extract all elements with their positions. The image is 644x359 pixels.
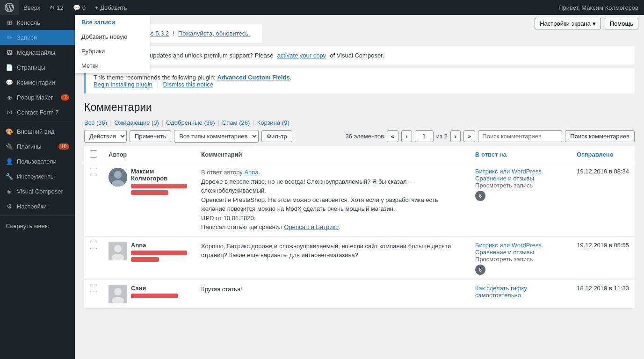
sidebar-item-visual-composer[interactable]: ◈ Visual Composer <box>0 184 75 199</box>
sidebar-item-users-label: Пользователи <box>17 158 57 165</box>
prev-page-button[interactable]: ‹ <box>401 130 412 142</box>
site-name-button[interactable]: Вверх <box>19 0 45 15</box>
view-post-link-1[interactable]: Просмотреть запись <box>475 182 565 189</box>
comments-button[interactable]: 💬 0 <box>68 0 90 15</box>
bulk-actions-select[interactable]: Действия <box>84 130 127 143</box>
sidebar-item-contact-form[interactable]: ✉ Contact Form 7 <box>0 105 75 120</box>
sidebar-item-comments[interactable]: 💬 Комментарии <box>0 75 75 90</box>
last-page-button[interactable]: » <box>463 130 475 142</box>
filter-bar: Все (36) | Ожидающие (0) | Одобренные (3… <box>84 119 635 126</box>
sidebar-item-pages[interactable]: 📄 Страницы <box>0 60 75 75</box>
total-items-count: 36 элементов <box>346 133 384 140</box>
updates-count: 12 <box>57 4 63 11</box>
filter-approved[interactable]: Одобренные (36) <box>166 119 215 126</box>
page-title-area: Комментарии <box>84 101 635 114</box>
users-icon: 👤 <box>6 158 13 165</box>
add-new-button[interactable]: + Добавить <box>90 0 132 15</box>
dropdown-tags[interactable]: Метки <box>75 58 150 73</box>
install-plugin-link[interactable]: Begin installing plugin <box>94 81 152 88</box>
author-cell-1: Максим Колмогоров <box>109 168 190 195</box>
view-post-link-2[interactable]: Просмотреть запись <box>475 256 565 263</box>
row-checkbox-1[interactable] <box>90 168 97 175</box>
reply-author-link-1[interactable]: Anna. <box>244 169 260 176</box>
sidebar-item-media[interactable]: 🖼 Медиафайлы <box>0 45 75 60</box>
posts-dropdown-menu: Все записи Добавить новую Рубрики Метки <box>75 15 150 73</box>
dropdown-rubrics[interactable]: Рубрики <box>75 44 150 58</box>
sidebar-item-popup-maker[interactable]: ⊕ Popup Maker 1 <box>0 90 75 105</box>
redacted-bar-1a <box>131 184 187 188</box>
add-new-label: + Добавить <box>95 4 127 11</box>
th-reply: В ответ на <box>470 146 571 163</box>
comments-nav-icon: 💬 <box>6 79 13 86</box>
row-checkbox-2[interactable] <box>90 242 97 249</box>
filter-button[interactable]: Фильтр <box>261 130 292 142</box>
plugin-rec-dot: . <box>290 74 292 81</box>
sidebar-item-popup-label: Popup Maker <box>17 94 53 101</box>
sidebar-item-users[interactable]: 👤 Пользователи <box>0 154 75 169</box>
search-comments-input[interactable] <box>478 130 562 142</box>
sidebar-item-plugins-label: Плагины <box>17 143 42 150</box>
avatar-1 <box>109 168 127 187</box>
updates-button[interactable]: ↻ 12 <box>45 0 68 15</box>
screen-options-button[interactable]: Настройки экрана ▾ <box>535 18 601 29</box>
reply-post-link-3[interactable]: Как сделать гифку самостоятельно <box>475 285 565 299</box>
sidebar-item-appearance[interactable]: 🎨 Внешний вид <box>0 124 75 139</box>
sidebar-item-comments-label: Комментарии <box>17 79 55 86</box>
avatar-2 <box>109 242 127 260</box>
sidebar-collapse-button[interactable]: Свернуть меню <box>0 218 75 234</box>
th-author: Автор <box>103 146 195 163</box>
date-1: 19.12.2019 в 08:34 <box>577 168 629 175</box>
sidebar-item-settings[interactable]: ⚙ Настройки <box>0 199 75 214</box>
pages-icon: 📄 <box>6 64 13 71</box>
svg-point-4 <box>114 245 122 252</box>
next-page-button[interactable]: › <box>450 130 461 142</box>
sidebar-item-konsol[interactable]: ⊞ Консоль <box>0 15 75 30</box>
redacted-bar-2a <box>131 251 187 255</box>
wp-logo-button[interactable] <box>0 0 19 15</box>
row-checkbox-3[interactable] <box>90 285 97 292</box>
redacted-bar-1b <box>131 190 168 195</box>
vc-activate-link[interactable]: activate your copy <box>277 52 326 59</box>
th-comment: Комментарий <box>195 146 470 163</box>
sidebar-item-tools[interactable]: 🔧 Инструменты <box>0 169 75 184</box>
svg-point-1 <box>114 171 122 179</box>
dismiss-notice-link[interactable]: Dismiss this notice <box>163 81 213 88</box>
filter-all[interactable]: Все (36) <box>84 119 107 126</box>
sidebar-item-visual-composer-label: Visual Composer <box>17 188 63 195</box>
admin-bar: Вверх ↻ 12 💬 0 + Добавить Привет, Максим… <box>0 0 644 15</box>
sidebar-item-zapisi[interactable]: ✏ Записи <box>0 30 75 45</box>
comment-text-2: Хорошо, Битрикс дороже и сложноуправляем… <box>201 242 464 260</box>
filter-trash[interactable]: Корзина (9) <box>257 119 289 126</box>
screen-options-area: Настройки экрана ▾ Помощь <box>529 15 644 32</box>
redacted-bar-2b <box>131 257 159 262</box>
reply-post-link-2[interactable]: Битрикс или WordPress. Сравнение и отзыв… <box>475 242 565 256</box>
apply-button[interactable]: Применить <box>130 130 171 142</box>
visual-composer-icon: ◈ <box>6 187 13 195</box>
update-notice-exclamation: ! <box>173 30 174 37</box>
wp-update-link2[interactable]: Пожалуйста, обновитесь. <box>178 30 250 37</box>
updates-icon: ↻ <box>50 4 55 11</box>
chevron-down-icon: ▾ <box>593 20 596 27</box>
select-all-checkbox[interactable] <box>90 150 97 158</box>
sidebar-item-plugins[interactable]: 🔌 Плагины 10 <box>0 139 75 154</box>
screen-options-label: Настройки экрана <box>540 20 591 27</box>
dropdown-add-new[interactable]: Добавить новую <box>75 29 150 44</box>
table-row: Anna Хорошо, Битрикс дороже и сложноупра… <box>84 237 635 280</box>
comment-types-select[interactable]: Все типы комментариев <box>174 130 259 143</box>
site-name-label: Вверх <box>23 4 40 11</box>
first-page-button[interactable]: « <box>387 130 398 142</box>
dropdown-all-posts[interactable]: Все записи <box>75 15 150 29</box>
reply-post-link-1[interactable]: Битрикс или WordPress. Сравнение и отзыв… <box>475 168 565 182</box>
filter-pending[interactable]: Ожидающие (0) <box>115 119 159 126</box>
date-3: 18.12.2019 в 11:33 <box>577 285 629 292</box>
opencart-link[interactable]: Opencart и Битрикс <box>284 223 339 230</box>
sidebar-item-zapisi-label: Записи <box>17 34 37 41</box>
help-button[interactable]: Помощь <box>605 18 638 29</box>
search-comments-button[interactable]: Поиск комментариев <box>565 130 635 142</box>
page-number-input[interactable] <box>415 130 434 142</box>
filter-spam[interactable]: Спам (26) <box>222 119 250 126</box>
sidebar-item-appearance-label: Внешний вид <box>17 128 55 135</box>
plugin-rec-link[interactable]: Advanced Custom Fields <box>217 74 289 81</box>
greeting-text: Привет, Максим Колмогоров <box>553 4 644 11</box>
appearance-icon: 🎨 <box>6 128 13 135</box>
